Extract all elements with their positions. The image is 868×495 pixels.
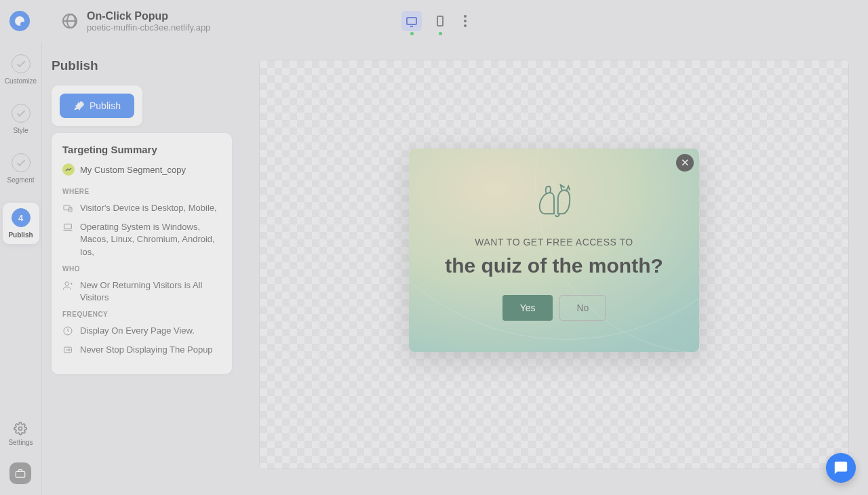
preview-popup: ✕ WANT TO GET FREE ACCESS TO the quiz of…: [409, 148, 699, 352]
globe-icon: [62, 14, 77, 28]
step-label: Segment: [7, 176, 34, 184]
rule-display-every: Display On Every Page View.: [62, 325, 221, 337]
title-block: On-Click Popup poetic-muffin-cbc3ee.netl…: [87, 10, 210, 33]
step-customize[interactable]: Customize: [3, 54, 39, 85]
devices-icon: [62, 203, 73, 214]
gear-icon: [14, 422, 27, 435]
briefcase-icon: [15, 469, 26, 478]
targeting-summary-card: Targeting Summary My Custom Segment_copy…: [52, 133, 232, 374]
rule-visitors: New Or Returning Visitors is All Visitor…: [62, 279, 221, 304]
panel-title: Publish: [52, 58, 232, 73]
settings-label: Settings: [8, 439, 33, 446]
step-label: Publish: [8, 231, 33, 239]
check-icon: [16, 108, 25, 117]
loop-icon: [62, 344, 73, 355]
chat-fab[interactable]: [826, 453, 856, 483]
rule-never-stop: Never Stop Displaying The Popup: [62, 344, 221, 356]
svg-rect-1: [16, 471, 25, 477]
popup-title: the quiz of the month?: [445, 254, 663, 277]
device-toggle: [401, 11, 467, 31]
settings-link[interactable]: Settings: [8, 422, 33, 446]
rule-text: Never Stop Displaying The Popup: [80, 344, 213, 356]
mobile-icon: [437, 16, 443, 26]
popup-no-button[interactable]: No: [559, 295, 606, 321]
rule-text: Visitor's Device is Desktop, Mobile,: [80, 202, 217, 214]
popup-pretitle: WANT TO GET FREE ACCESS TO: [475, 237, 633, 248]
desktop-icon: [406, 17, 417, 25]
svg-point-0: [19, 427, 22, 431]
step-label: Style: [13, 127, 28, 134]
steps-sidebar: Customize Style Segment 4 Publish Settin…: [0, 42, 42, 495]
rule-os: Operating System is Windows, Macos, Linu…: [62, 221, 221, 258]
more-menu-button[interactable]: [464, 15, 467, 27]
check-icon: [16, 157, 25, 166]
close-icon: ✕: [681, 157, 690, 169]
active-dot-icon: [410, 32, 414, 35]
svg-rect-2: [64, 205, 70, 210]
pets-icon: [533, 180, 575, 219]
segment-row: My Custom Segment_copy: [62, 163, 221, 176]
publish-button[interactable]: Publish: [60, 94, 134, 118]
step-number: 4: [12, 208, 31, 227]
desktop-preview-button[interactable]: [401, 11, 422, 31]
clock-icon: [62, 325, 73, 336]
publish-button-label: Publish: [90, 100, 121, 111]
trend-icon: [62, 163, 75, 176]
frequency-section-label: FREQUENCY: [62, 311, 221, 318]
app-logo[interactable]: [9, 11, 30, 31]
popup-close-button[interactable]: ✕: [676, 154, 694, 172]
step-segment[interactable]: Segment: [3, 153, 39, 184]
step-label: Customize: [5, 77, 37, 85]
active-dot-icon: [439, 32, 442, 35]
laptop-icon: [62, 222, 73, 233]
svg-point-5: [65, 281, 68, 285]
chat-icon: [833, 460, 848, 475]
topbar: On-Click Popup poetic-muffin-cbc3ee.netl…: [0, 0, 868, 42]
svg-rect-4: [64, 224, 72, 229]
publish-card: Publish: [52, 85, 142, 126]
segment-name: My Custom Segment_copy: [80, 165, 186, 175]
step-publish[interactable]: 4 Publish: [3, 203, 39, 244]
where-section-label: WHERE: [62, 188, 221, 195]
summary-title: Targeting Summary: [62, 144, 221, 155]
popup-yes-button[interactable]: Yes: [502, 295, 553, 321]
who-section-label: WHO: [62, 265, 221, 273]
rocket-icon: [73, 100, 84, 111]
rule-device: Visitor's Device is Desktop, Mobile,: [62, 202, 221, 214]
mobile-preview-button[interactable]: [430, 11, 450, 31]
publish-panel: Publish Publish Targeting Summary My Cus…: [42, 42, 241, 495]
briefcase-button[interactable]: [9, 462, 31, 484]
step-style[interactable]: Style: [3, 104, 39, 134]
page-subtitle: poetic-muffin-cbc3ee.netlify.app: [87, 22, 210, 33]
rule-text: New Or Returning Visitors is All Visitor…: [80, 279, 221, 304]
popup-buttons: Yes No: [502, 295, 606, 321]
page-title: On-Click Popup: [87, 10, 210, 22]
person-icon: [62, 280, 73, 291]
rule-text: Display On Every Page View.: [80, 325, 195, 337]
rule-text: Operating System is Windows, Macos, Linu…: [80, 221, 221, 258]
check-icon: [16, 58, 25, 67]
preview-canvas: ✕ WANT TO GET FREE ACCESS TO the quiz of…: [259, 60, 849, 469]
